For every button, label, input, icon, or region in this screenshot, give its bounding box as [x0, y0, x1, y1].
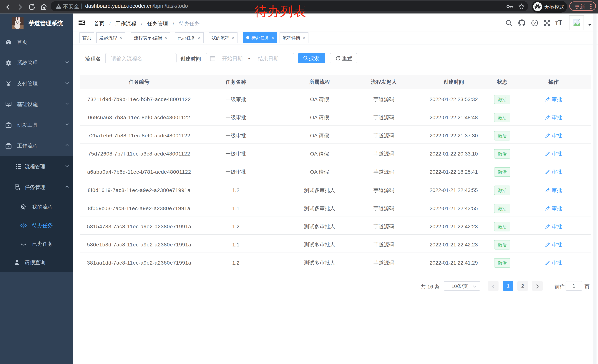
- svg-text:?: ?: [533, 21, 536, 25]
